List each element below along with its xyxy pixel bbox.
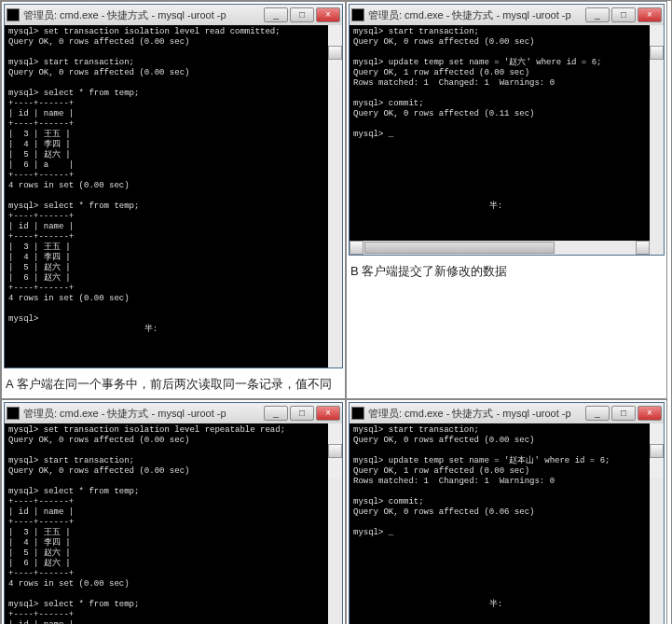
caption-b1: B 客户端提交了新修改的数据 <box>349 259 665 284</box>
cell-a1: 管理员: cmd.exe - 快捷方式 - mysql -uroot -p _ … <box>1 1 346 399</box>
close-button[interactable]: × <box>316 406 340 421</box>
scroll-left-button[interactable]: ◂ <box>350 241 363 255</box>
scroll-right-button[interactable]: ▸ <box>636 241 650 255</box>
scroll-track[interactable] <box>650 80 664 255</box>
minimize-button[interactable]: _ <box>264 406 288 421</box>
window-buttons: _ □ × <box>264 406 340 421</box>
caption-a1: A 客户端在同一个事务中，前后两次读取同一条记录，值不同 <box>4 372 343 396</box>
scrollbar-vertical[interactable]: ▴ ▾ <box>650 25 664 238</box>
cell-b2: 管理员: cmd.exe - 快捷方式 - mysql -uroot -p _ … <box>346 399 667 624</box>
maximize-button[interactable]: □ <box>290 406 314 421</box>
scroll-track-h[interactable] <box>363 241 636 255</box>
titlebar[interactable]: 管理员: cmd.exe - 快捷方式 - mysql -uroot -p _ … <box>350 403 664 423</box>
scroll-up-button[interactable]: ▴ <box>328 444 342 458</box>
terminal-output[interactable]: mysql> start transaction; Query OK, 0 ro… <box>350 423 664 624</box>
terminal-window: 管理员: cmd.exe - 快捷方式 - mysql -uroot -p _ … <box>349 402 665 624</box>
scrollbar-vertical[interactable]: ▴ ▾ <box>650 423 664 624</box>
window-title: 管理员: cmd.exe - 快捷方式 - mysql -uroot -p <box>368 8 585 22</box>
scrollbar-horizontal[interactable]: ◂ ▸ <box>350 241 650 255</box>
titlebar[interactable]: 管理员: cmd.exe - 快捷方式 - mysql -uroot -p _ … <box>350 5 664 25</box>
terminal-window: 管理员: cmd.exe - 快捷方式 - mysql -uroot -p _ … <box>4 402 343 624</box>
minimize-button[interactable]: _ <box>585 406 610 421</box>
minimize-button[interactable]: _ <box>585 7 610 22</box>
scroll-track[interactable] <box>328 478 342 624</box>
scroll-up-button[interactable]: ▴ <box>328 46 342 60</box>
cell-b1: 管理员: cmd.exe - 快捷方式 - mysql -uroot -p _ … <box>346 1 667 399</box>
app-icon <box>351 8 364 21</box>
terminal-output[interactable]: mysql> set transaction isolation level r… <box>5 25 342 367</box>
scrollbar-vertical[interactable]: ▴ ▾ <box>328 25 342 351</box>
scroll-track[interactable] <box>650 478 664 624</box>
minimize-button[interactable]: _ <box>264 7 288 22</box>
close-button[interactable]: × <box>638 406 662 421</box>
app-icon <box>7 407 20 420</box>
terminal-window: 管理员: cmd.exe - 快捷方式 - mysql -uroot -p _ … <box>4 4 343 368</box>
app-icon <box>351 407 364 420</box>
terminal-output[interactable]: mysql> set transaction isolation level r… <box>5 423 342 624</box>
titlebar[interactable]: 管理员: cmd.exe - 快捷方式 - mysql -uroot -p _ … <box>5 5 342 25</box>
titlebar[interactable]: 管理员: cmd.exe - 快捷方式 - mysql -uroot -p _ … <box>5 403 342 423</box>
scroll-track[interactable] <box>328 80 342 367</box>
scrollbar-vertical[interactable]: ▴ ▾ <box>328 423 342 624</box>
window-buttons: _ □ × <box>585 406 662 421</box>
scroll-up-button[interactable]: ▴ <box>650 46 664 60</box>
maximize-button[interactable]: □ <box>290 7 314 22</box>
comparison-grid: 管理员: cmd.exe - 快捷方式 - mysql -uroot -p _ … <box>0 0 672 624</box>
window-title: 管理员: cmd.exe - 快捷方式 - mysql -uroot -p <box>368 407 585 421</box>
app-icon <box>7 8 20 21</box>
scroll-up-button[interactable]: ▴ <box>650 444 664 458</box>
scroll-thumb[interactable] <box>364 242 555 254</box>
window-buttons: _ □ × <box>264 7 340 22</box>
window-title: 管理员: cmd.exe - 快捷方式 - mysql -uroot -p <box>23 407 264 421</box>
cell-a2: 管理员: cmd.exe - 快捷方式 - mysql -uroot -p _ … <box>1 399 346 624</box>
window-buttons: _ □ × <box>585 7 662 22</box>
window-title: 管理员: cmd.exe - 快捷方式 - mysql -uroot -p <box>23 8 264 22</box>
terminal-output[interactable]: mysql> start transaction; Query OK, 0 ro… <box>350 25 664 255</box>
maximize-button[interactable]: □ <box>611 406 636 421</box>
maximize-button[interactable]: □ <box>611 7 636 22</box>
close-button[interactable]: × <box>316 7 340 22</box>
close-button[interactable]: × <box>638 7 662 22</box>
terminal-window: 管理员: cmd.exe - 快捷方式 - mysql -uroot -p _ … <box>349 4 665 256</box>
